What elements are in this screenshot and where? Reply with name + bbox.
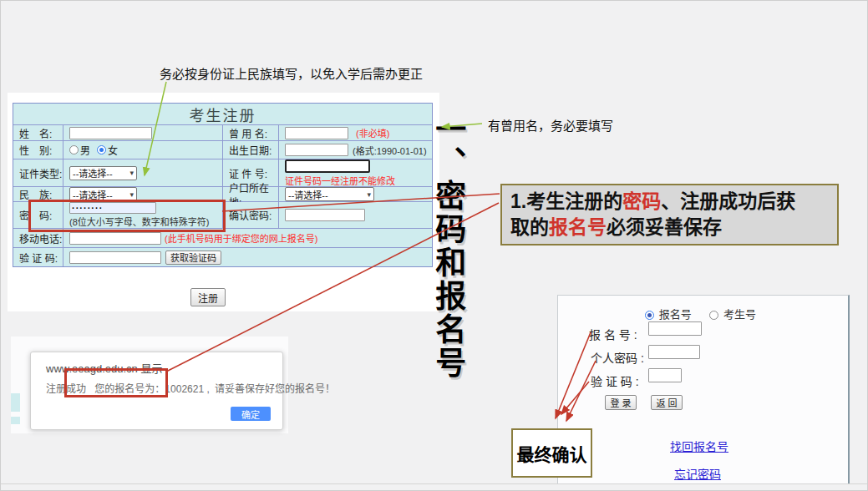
notice-line-2: 取的报名号必须妥善保存 bbox=[510, 215, 829, 240]
bottom-edge-strip bbox=[1, 483, 868, 491]
hukou-select[interactable]: --请选择-- ▾ bbox=[285, 187, 374, 201]
background-page-fragment bbox=[11, 393, 20, 412]
id-type-select[interactable]: --请选择-- ▾ bbox=[69, 166, 137, 180]
hukou-selected-value: --请选择-- bbox=[288, 188, 328, 201]
forgot-password-link[interactable]: 忘记密码 bbox=[674, 465, 721, 482]
final-confirm-box: 最终确认 bbox=[511, 428, 592, 478]
mobile-input[interactable] bbox=[69, 232, 161, 245]
radio-female[interactable] bbox=[97, 145, 106, 154]
mobile-hint: (此手机号码用于绑定您的网上报名号) bbox=[165, 231, 317, 245]
notice-password-word: 密码 bbox=[622, 190, 661, 212]
id-no-input[interactable] bbox=[285, 159, 370, 173]
radio-exam-no[interactable] bbox=[709, 311, 718, 320]
confirm-password-input[interactable] bbox=[285, 209, 365, 221]
notice-regno-word: 报名号 bbox=[549, 216, 607, 238]
highlight-box-password-field bbox=[28, 200, 226, 232]
background-page-fragment bbox=[11, 417, 20, 424]
register-button[interactable]: 注册 bbox=[190, 288, 226, 306]
female-label: 女 bbox=[108, 143, 118, 157]
confirm-password-label: 确认密码: bbox=[223, 202, 278, 228]
birth-format-hint: (格式:1990-01-01) bbox=[353, 144, 427, 157]
registration-form: 考生注册 姓 名: 曾 用 名: (非必填) 性 别: 男 女 出生日期: (格… bbox=[13, 103, 433, 267]
former-name-input[interactable] bbox=[285, 127, 348, 139]
login-type-radios: 报名号 考生号 bbox=[645, 306, 756, 321]
name-input[interactable] bbox=[69, 127, 152, 139]
chevron-down-icon: ▾ bbox=[129, 169, 134, 177]
notice-line-1: 1.考生注册的密码、注册成功后获 bbox=[510, 189, 829, 215]
get-captcha-button[interactable]: 获取验证码 bbox=[165, 251, 221, 265]
dialog-ok-button[interactable]: 确定 bbox=[231, 407, 271, 421]
login-captcha-label: 验 证 码 : bbox=[591, 372, 639, 389]
back-button[interactable]: 返 回 bbox=[651, 395, 683, 410]
former-name-label: 曾 用 名: bbox=[223, 125, 278, 140]
birth-label: 出生日期: bbox=[223, 141, 278, 159]
male-label: 男 bbox=[80, 143, 90, 157]
tutorial-slide: 考生注册 姓 名: 曾 用 名: (非必填) 性 别: 男 女 出生日期: (格… bbox=[0, 0, 868, 491]
login-password-input[interactable] bbox=[648, 345, 700, 359]
id-no-warning: 证件号码一经注册不能修改 bbox=[285, 174, 395, 187]
login-reg-no-label: 报 名 号 : bbox=[589, 326, 637, 342]
radio-reg-no-label: 报名号 bbox=[659, 308, 692, 321]
radio-male[interactable] bbox=[69, 145, 79, 154]
registration-form-title: 考生注册 bbox=[13, 104, 432, 124]
login-reg-no-input[interactable] bbox=[648, 321, 702, 336]
notice-box: 1.考生注册的密码、注册成功后获 取的报名号必须妥善保存 bbox=[500, 184, 839, 246]
id-type-selected-value: --请选择-- bbox=[73, 166, 113, 180]
birth-input[interactable] bbox=[285, 144, 348, 156]
former-name-optional-note: (非必填) bbox=[356, 126, 389, 139]
captcha-label: 验 证 码: bbox=[13, 248, 63, 266]
chevron-down-icon: ▾ bbox=[129, 190, 134, 199]
radio-reg-no[interactable] bbox=[645, 311, 654, 320]
gender-label: 性 别: bbox=[13, 141, 63, 159]
captcha-input[interactable] bbox=[69, 251, 161, 264]
login-panel: 报名号 考生号 报 名 号 : 个人密码 : 验 证 码 : 登 录 返 回 找… bbox=[557, 295, 850, 483]
chevron-down-icon: ▾ bbox=[367, 190, 371, 199]
ethnicity-annotation: 务必按身份证上民族填写，以免入学后需办更正 bbox=[160, 64, 423, 82]
name-label: 姓 名: bbox=[13, 125, 63, 140]
radio-exam-no-label: 考生号 bbox=[723, 308, 756, 321]
section-title-vertical: 一、密码和报名号 bbox=[430, 113, 464, 380]
login-button[interactable]: 登 录 bbox=[605, 395, 637, 410]
find-reg-no-link[interactable]: 找回报名号 bbox=[670, 438, 728, 454]
login-password-label: 个人密码 : bbox=[591, 349, 644, 366]
login-captcha-input[interactable] bbox=[648, 368, 682, 382]
highlight-box-reg-no-text bbox=[64, 368, 168, 397]
former-name-annotation: 有曾用名，务必要填写 bbox=[488, 116, 613, 134]
hukou-label: 户口所在地: bbox=[223, 187, 278, 201]
id-type-label: 证件类型: bbox=[13, 159, 63, 186]
